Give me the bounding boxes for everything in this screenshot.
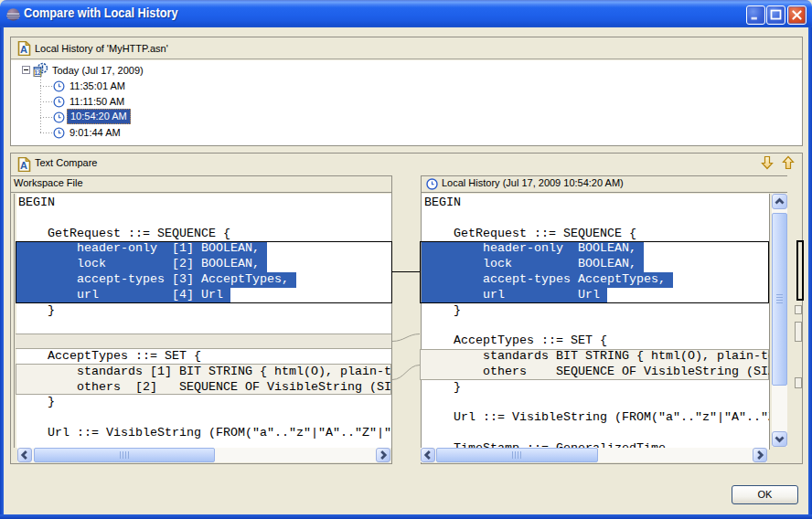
svg-text:A: A bbox=[20, 44, 27, 55]
svg-text:12: 12 bbox=[34, 69, 41, 76]
svg-text:A: A bbox=[20, 160, 27, 171]
